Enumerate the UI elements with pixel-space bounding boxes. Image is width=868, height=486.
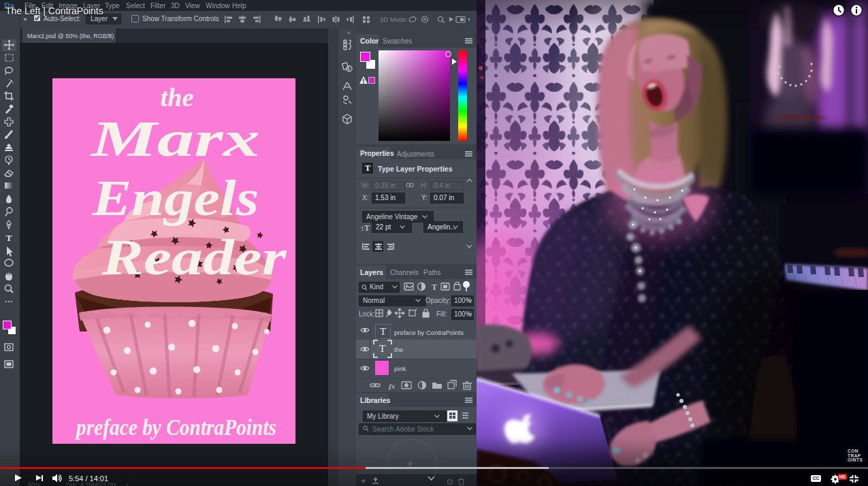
svg-text:Engels: Engels xyxy=(91,170,259,226)
svg-text:3D Mode:: 3D Mode: xyxy=(380,16,408,23)
svg-text:preface by ContraPoints: preface by ContraPoints xyxy=(74,415,276,440)
svg-text:Marx: Marx xyxy=(91,111,260,167)
svg-text:s: s xyxy=(348,67,351,71)
svg-text:Reader: Reader xyxy=(101,229,287,285)
svg-text:T: T xyxy=(6,233,12,243)
svg-text:fx: fx xyxy=(389,382,396,390)
svg-text:T: T xyxy=(432,282,437,291)
svg-text:the: the xyxy=(161,83,194,112)
